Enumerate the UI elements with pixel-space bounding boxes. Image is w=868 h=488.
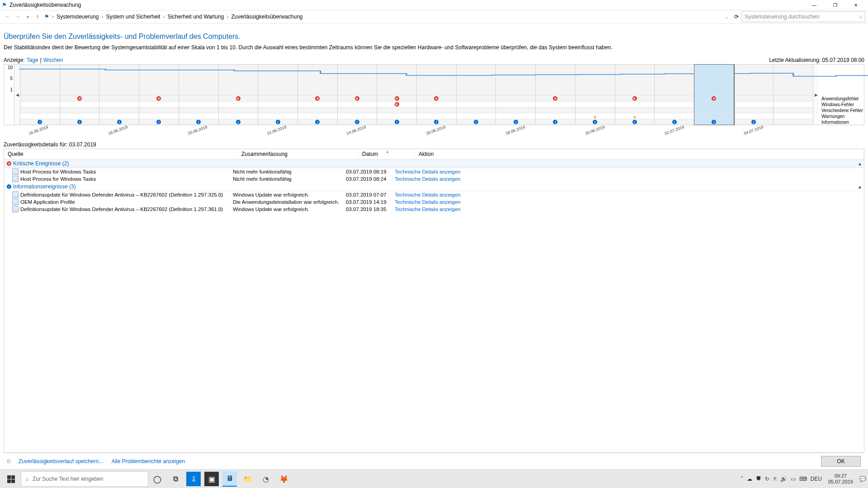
- info-icon: i: [77, 120, 82, 124]
- group-critical[interactable]: ✕ Kritische Ereignisse (2) ▴: [4, 160, 864, 168]
- firefox-icon[interactable]: 🦊: [277, 472, 291, 486]
- taskbar-search[interactable]: ⌕ Zur Suche Text hier eingeben: [21, 471, 148, 487]
- info-icon: i: [395, 120, 399, 124]
- chart-day-column[interactable]: ▲i: [576, 65, 615, 125]
- info-icon: i: [355, 120, 359, 124]
- col-source[interactable]: Quelle: [4, 151, 238, 157]
- save-history-link[interactable]: Zuverlässigkeitsverlauf speichern...: [19, 458, 103, 465]
- table-row[interactable]: Host Process for Windows TasksNicht mehr…: [4, 175, 864, 183]
- task-view-icon[interactable]: ⧉: [166, 470, 184, 488]
- app-icon: [12, 199, 19, 205]
- cortana-icon[interactable]: ◯: [148, 470, 166, 488]
- col-summary[interactable]: Zusammenfassung: [238, 151, 359, 157]
- col-action[interactable]: Aktion: [415, 151, 864, 157]
- table-row[interactable]: Definitionsupdate für Windows Defender A…: [4, 206, 864, 213]
- table-row[interactable]: Definitionsupdate für Windows Defender A…: [4, 191, 864, 198]
- view-days-link[interactable]: Tage: [27, 57, 38, 63]
- chart-day-column[interactable]: i: [734, 65, 774, 125]
- chart-day-column[interactable]: i: [179, 65, 219, 125]
- error-icon: ✕: [712, 96, 716, 101]
- copy-icon: ⎘: [7, 458, 10, 465]
- language-indicator[interactable]: DEU: [811, 476, 822, 482]
- table-row[interactable]: Host Process for Windows TasksNicht mehr…: [4, 168, 864, 175]
- info-icon: i: [156, 120, 161, 124]
- action-center-icon[interactable]: 💬: [859, 476, 866, 482]
- start-button[interactable]: [2, 470, 20, 488]
- chart-day-column[interactable]: ✕i: [417, 65, 457, 125]
- update-icon[interactable]: ↻: [765, 476, 769, 482]
- forward-button[interactable]: →: [13, 12, 23, 22]
- chart-day-column[interactable]: ✕i: [338, 65, 377, 125]
- technical-details-link[interactable]: Technische Details anzeigen: [395, 206, 461, 212]
- network-icon[interactable]: ⚻: [773, 476, 777, 482]
- info-icon: i: [514, 120, 518, 124]
- table-row[interactable]: OEM Application ProfileDie Anwendungsdei…: [4, 198, 864, 206]
- chart-day-column[interactable]: ✕i: [536, 65, 576, 125]
- chart-day-column[interactable]: i: [99, 65, 139, 125]
- taskbar-app-icon[interactable]: ⇩: [186, 472, 201, 486]
- battery-icon[interactable]: ▭: [791, 476, 796, 482]
- security-icon[interactable]: ⛊: [756, 476, 761, 482]
- group-information[interactable]: i Informationsereignisse (3) ▴: [4, 183, 864, 191]
- tray-chevron-icon[interactable]: ˄: [741, 476, 743, 482]
- scroll-left-button[interactable]: ◀: [14, 65, 20, 125]
- chart-day-column[interactable]: ✕i: [694, 65, 734, 125]
- history-dropdown[interactable]: ⌄: [722, 12, 731, 22]
- github-icon[interactable]: ◔: [259, 472, 273, 486]
- refresh-button[interactable]: ⟳: [731, 14, 741, 20]
- y-axis: 10 5 1: [4, 65, 14, 125]
- view-all-problems-link[interactable]: Alle Problemberichte anzeigen: [111, 458, 185, 465]
- search-input[interactable]: Systemsteuerung durchsuchen ⌕: [741, 11, 865, 22]
- chart-day-column[interactable]: ✕▲i: [615, 65, 655, 125]
- breadcrumb-item[interactable]: System und Sicherheit: [106, 14, 160, 20]
- scroll-right-button[interactable]: ▶: [813, 65, 819, 125]
- file-explorer-icon[interactable]: 📁: [241, 472, 255, 486]
- control-panel-icon[interactable]: 🖥: [222, 471, 237, 487]
- chart-day-column[interactable]: ✕i: [298, 65, 338, 125]
- nav-bar: ← → ▾ ↑ ⚑ › Systemsteuerung › System und…: [0, 10, 868, 23]
- error-icon: ✕: [632, 96, 637, 101]
- chart-day-column[interactable]: i: [20, 65, 60, 125]
- chart-day-column[interactable]: [774, 65, 813, 125]
- technical-details-link[interactable]: Technische Details anzeigen: [395, 169, 461, 174]
- breadcrumb-item[interactable]: Zuverlässigkeitsüberwachung: [231, 14, 302, 20]
- breadcrumb-item[interactable]: Sicherheit und Wartung: [167, 14, 224, 20]
- volume-icon[interactable]: 🔊: [780, 476, 787, 482]
- chart-day-column[interactable]: ✕i: [139, 65, 179, 125]
- col-date[interactable]: Datum▴: [359, 151, 415, 157]
- chart-day-column[interactable]: i: [496, 65, 536, 125]
- search-icon: ⌕: [26, 476, 29, 482]
- info-icon: i: [236, 120, 241, 124]
- keyboard-icon[interactable]: ⌨: [799, 476, 807, 482]
- error-icon: ✕: [395, 96, 399, 101]
- info-icon: i: [38, 120, 42, 124]
- technical-details-link[interactable]: Technische Details anzeigen: [395, 192, 461, 197]
- clock[interactable]: 09:27 05.07.2019: [826, 473, 856, 485]
- chart-day-column[interactable]: ✕i: [219, 65, 259, 125]
- chart-day-column[interactable]: i: [655, 65, 694, 125]
- breadcrumb[interactable]: ⚑ › Systemsteuerung › System und Sicherh…: [44, 14, 722, 20]
- up-button[interactable]: ↑: [33, 12, 42, 22]
- technical-details-link[interactable]: Technische Details anzeigen: [395, 176, 461, 182]
- onedrive-icon[interactable]: ☁: [747, 476, 752, 482]
- photos-icon[interactable]: ▣: [204, 472, 219, 486]
- info-icon: i: [7, 184, 11, 189]
- ok-button[interactable]: OK: [821, 456, 861, 467]
- info-icon: i: [434, 120, 439, 124]
- chart-day-column[interactable]: i: [457, 65, 496, 125]
- error-icon: ✕: [434, 96, 439, 101]
- maximize-button[interactable]: ❐: [825, 0, 845, 10]
- back-button[interactable]: ←: [3, 12, 13, 22]
- technical-details-link[interactable]: Technische Details anzeigen: [395, 199, 461, 205]
- view-weeks-link[interactable]: Wochen: [43, 57, 63, 63]
- chart-day-column[interactable]: ✕i: [60, 65, 100, 125]
- recent-locations-button[interactable]: ▾: [23, 12, 33, 22]
- collapse-icon: ▴: [859, 183, 861, 190]
- chart-day-column[interactable]: i: [258, 65, 298, 125]
- error-icon: ✕: [553, 96, 557, 101]
- minimize-button[interactable]: —: [804, 0, 825, 10]
- breadcrumb-item[interactable]: Systemsteuerung: [57, 14, 99, 20]
- close-button[interactable]: ✕: [845, 0, 866, 10]
- chart-day-column[interactable]: ✕✕i: [377, 65, 417, 125]
- info-icon: i: [553, 120, 557, 124]
